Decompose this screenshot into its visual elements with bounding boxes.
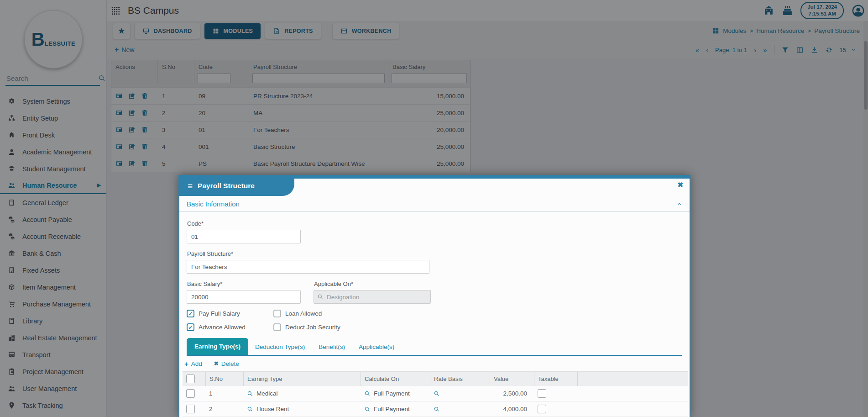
app-screen: BLESSUITE System SettingsEntity SetupFro…: [0, 0, 868, 417]
taxable-checkbox[interactable]: [538, 405, 546, 413]
modal-tab-applicable-s-[interactable]: Applicable(s): [352, 339, 401, 355]
section-title: Basic Information: [187, 200, 240, 208]
rate-basis-cell: [430, 386, 490, 401]
lookup-icon[interactable]: [247, 391, 253, 397]
basic-salary-label: Basic Salary*: [187, 280, 301, 287]
select-all-cell: [183, 372, 205, 386]
lookup-icon[interactable]: [434, 391, 440, 397]
column-header[interactable]: Taxable: [534, 372, 577, 386]
checkbox-item: Deduct Job Security: [273, 323, 419, 331]
sno-cell: 1: [205, 386, 243, 401]
lookup-icon[interactable]: [434, 406, 440, 412]
select-cell: [183, 386, 205, 401]
checkbox-item: Loan Allowed: [273, 310, 419, 317]
modal-tab-benefit-s-[interactable]: Benefit(s): [312, 339, 352, 355]
delete-button-label: Delete: [221, 360, 239, 367]
modal-tab-deduction-type-s-[interactable]: Deduction Type(s): [248, 339, 312, 355]
applicable-on-input: [314, 290, 431, 304]
lookup-icon[interactable]: [364, 391, 371, 397]
basic-information-section-header: Basic Information: [179, 196, 690, 212]
payroll-structure-modal: ≡ Payroll Structure ✖ Basic Information …: [178, 175, 690, 417]
payroll-structure-label: Payroll Structure*: [187, 250, 682, 257]
earning-types-header: S.NoEarning TypeCalculate OnRate BasisVa…: [183, 372, 688, 386]
code-input[interactable]: [187, 230, 301, 243]
earning-type-row: 2House RentFull Payment4,000.00: [183, 401, 688, 417]
modal-tabs: Earning Type(s)Deduction Type(s)Benefit(…: [187, 338, 682, 356]
earning-type-cell: Medical: [243, 386, 361, 401]
applicable-on-label: Applicable On*: [314, 280, 431, 287]
checkbox-label: Deduct Job Security: [285, 324, 340, 331]
row-checkbox[interactable]: [186, 405, 195, 413]
checkbox-pay-full-salary[interactable]: ✓: [187, 310, 194, 317]
modal-body: Code* Payroll Structure* Basic Salary* A…: [179, 212, 690, 417]
column-header[interactable]: S.No: [205, 372, 243, 386]
checkbox-item: ✓Pay Full Salary: [187, 310, 273, 317]
earning-type-row: 1MedicalFull Payment2,500.00: [183, 386, 688, 401]
x-icon: ✖: [214, 360, 219, 367]
add-button[interactable]: + Add: [184, 360, 202, 368]
row-checkbox[interactable]: [186, 389, 195, 398]
sno-cell: 2: [205, 401, 243, 417]
column-header[interactable]: Calculate On: [361, 372, 430, 386]
checkbox-deduct-job-security[interactable]: [273, 323, 281, 331]
modal-tab-earning-type-s-[interactable]: Earning Type(s): [187, 338, 248, 355]
column-header[interactable]: Rate Basis: [430, 372, 490, 386]
code-label: Code*: [187, 220, 682, 227]
filler-cell: [577, 386, 688, 401]
modal-title-tab: ≡ Payroll Structure: [179, 176, 294, 196]
taxable-cell: [534, 386, 577, 401]
basic-salary-input[interactable]: [187, 290, 301, 304]
column-header[interactable]: Value: [490, 372, 534, 386]
lookup-icon[interactable]: [364, 406, 371, 412]
earning-type-cell: House Rent: [243, 401, 361, 417]
add-button-label: Add: [191, 360, 202, 367]
value-cell: 4,000.00: [490, 401, 534, 417]
options-checkbox-grid: ✓Pay Full SalaryLoan Allowed✓Advance All…: [187, 310, 682, 331]
payroll-structure-input[interactable]: [187, 260, 429, 274]
select-cell: [183, 401, 205, 417]
collapse-section-icon[interactable]: [676, 201, 682, 207]
taxable-checkbox[interactable]: [538, 389, 546, 398]
checkbox-label: Pay Full Salary: [199, 310, 240, 317]
modal-title: Payroll Structure: [198, 182, 255, 190]
delete-button[interactable]: ✖ Delete: [214, 360, 239, 367]
checkbox-item: ✓Advance Allowed: [187, 323, 273, 331]
taxable-cell: [534, 401, 577, 417]
filler-header: [577, 372, 688, 386]
earning-types-toolbar: + Add ✖ Delete: [183, 356, 688, 372]
lookup-icon[interactable]: [247, 406, 253, 412]
checkbox-label: Loan Allowed: [285, 310, 322, 317]
column-header[interactable]: Earning Type: [243, 372, 361, 386]
checkbox-label: Advance Allowed: [199, 324, 246, 331]
filler-cell: [577, 401, 688, 417]
close-icon[interactable]: ✖: [677, 181, 683, 188]
earning-types-table: S.NoEarning TypeCalculate OnRate BasisVa…: [183, 372, 688, 417]
applicable-on-field: [314, 290, 431, 304]
calculate-on-cell: Full Payment: [361, 401, 430, 417]
calculate-on-cell: Full Payment: [361, 386, 430, 401]
menu-icon: ≡: [188, 182, 193, 190]
value-cell: 2,500.00: [490, 386, 534, 401]
checkbox-loan-allowed[interactable]: [273, 310, 281, 317]
rate-basis-cell: [430, 401, 490, 417]
select-all-checkbox[interactable]: [186, 375, 195, 383]
plus-icon: +: [184, 360, 188, 368]
earning-types-rows: 1MedicalFull Payment2,500.002House RentF…: [183, 386, 688, 417]
checkbox-advance-allowed[interactable]: ✓: [187, 323, 194, 331]
magnifier-icon: [317, 294, 324, 300]
